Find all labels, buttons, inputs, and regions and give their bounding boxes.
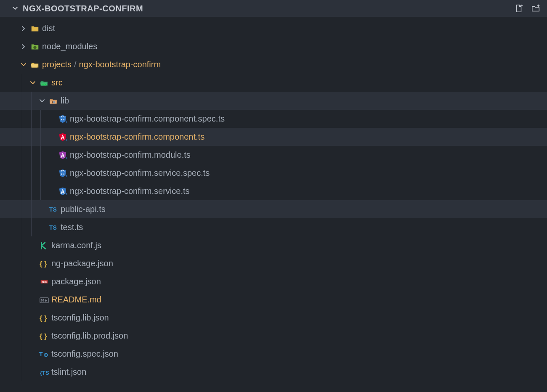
ng-spec-icon: TS <box>56 169 69 178</box>
md-icon <box>38 295 50 305</box>
tree-item-label: ngx-bootstrap-confirm.service.ts <box>69 186 190 196</box>
tree-file[interactable]: TSngx-bootstrap-confirm.service.spec.ts <box>0 164 547 182</box>
svg-text:TS: TS <box>65 192 67 196</box>
chevron-down-icon[interactable] <box>12 5 19 12</box>
tree-folder[interactable]: lib <box>0 92 547 110</box>
folder-yellow-icon <box>29 24 41 33</box>
folder-node-icon <box>29 42 41 51</box>
new-file-icon[interactable] <box>514 4 523 13</box>
ng-purple-icon: TS <box>56 151 69 160</box>
svg-point-5 <box>63 119 64 120</box>
tree-file[interactable]: { }ng-package.json <box>0 254 547 273</box>
tree-file[interactable]: { }tsconfig.lib.prod.json <box>0 327 547 345</box>
tree-item-label: tsconfig.spec.json <box>50 349 118 359</box>
svg-rect-2 <box>52 101 53 103</box>
new-folder-icon[interactable] <box>531 4 540 13</box>
svg-text:TS: TS <box>65 120 67 124</box>
tree-item-label: src <box>50 78 63 87</box>
tree-item-label: lib <box>60 96 69 106</box>
tree-item-label: tslint.json <box>50 367 86 377</box>
folder-open-icon <box>29 60 41 69</box>
json-icon: { } <box>38 331 50 341</box>
svg-point-10 <box>63 173 64 175</box>
tree-item-label: ngx-bootstrap-confirm.service.spec.ts <box>69 168 210 178</box>
tree-file[interactable]: karma.conf.js <box>0 236 547 254</box>
json-icon: { } <box>38 259 50 268</box>
tree-item-label: ngx-bootstrap-confirm.component.spec.ts <box>69 114 225 124</box>
chevron-right-icon[interactable] <box>19 25 29 32</box>
tree-file[interactable]: TSngx-bootstrap-confirm.module.ts <box>0 146 547 164</box>
tree-item-label: tsconfig.lib.prod.json <box>50 331 128 341</box>
svg-text:{TS}: {TS} <box>40 370 49 376</box>
tree-item-label: public-api.ts <box>60 204 106 214</box>
tree-file[interactable]: TStest.ts <box>0 218 547 236</box>
tree-item-label: node_modules <box>41 42 97 51</box>
tree-file[interactable]: README.md <box>0 291 547 309</box>
tree-file[interactable]: TSpublic-api.ts <box>0 200 547 218</box>
tslint-icon: {TS} <box>38 368 50 377</box>
svg-text:TS: TS <box>65 174 67 178</box>
tree-item-label: ngx-bootstrap-confirm.component.ts <box>69 132 204 142</box>
svg-text:{ }: { } <box>40 260 47 268</box>
svg-point-4 <box>61 119 62 120</box>
tree-file[interactable]: TSngx-bootstrap-confirm.component.ts <box>0 128 547 146</box>
tree-item-label: projects/ngx-bootstrap-confirm <box>41 60 161 69</box>
svg-text:</>: </> <box>42 82 46 86</box>
folder-lib-icon <box>47 96 60 106</box>
karma-icon <box>38 241 50 250</box>
tree-file[interactable]: {TS}tslint.json <box>0 363 547 381</box>
svg-text:TS: TS <box>49 224 57 231</box>
tree-item-label: README.md <box>50 295 101 305</box>
tree-item-label: ngx-bootstrap-confirm.module.ts <box>69 150 191 160</box>
tree-file[interactable]: TSngx-bootstrap-confirm.component.spec.t… <box>0 110 547 128</box>
ts-icon: TS <box>47 205 60 214</box>
project-title: NGX-BOOTSTRAP-CONFIRM <box>23 4 514 13</box>
chevron-down-icon[interactable] <box>37 98 47 104</box>
tree-item-label: tsconfig.lib.json <box>50 313 109 323</box>
svg-text:TS: TS <box>65 156 67 160</box>
json-icon: { } <box>38 313 50 323</box>
tree-folder[interactable]: </>src <box>0 74 547 92</box>
file-tree: distnode_modulesprojects/ngx-bootstrap-c… <box>0 17 547 381</box>
tree-folder[interactable]: dist <box>0 19 547 37</box>
npm-icon: npm <box>38 277 50 286</box>
tree-file[interactable]: Ttsconfig.spec.json <box>0 345 547 363</box>
svg-text:{ }: { } <box>40 332 47 340</box>
tree-item-label: dist <box>41 24 55 33</box>
svg-text:npm: npm <box>42 281 47 283</box>
tree-file[interactable]: TSngx-bootstrap-confirm.service.ts <box>0 182 547 200</box>
ts-cog-icon: T <box>38 350 50 359</box>
svg-text:{ }: { } <box>40 314 47 322</box>
ng-red-icon: TS <box>56 132 69 142</box>
tree-folder[interactable]: projects/ngx-bootstrap-confirm <box>0 56 547 74</box>
tree-item-label: test.ts <box>60 222 83 232</box>
tree-file[interactable]: npmpackage.json <box>0 273 547 291</box>
folder-src-icon: </> <box>38 78 50 87</box>
explorer-header: NGX-BOOTSTRAP-CONFIRM <box>0 0 547 17</box>
chevron-down-icon[interactable] <box>28 79 38 86</box>
ts-icon: TS <box>47 223 60 232</box>
tree-folder[interactable]: node_modules <box>0 37 547 56</box>
svg-point-23 <box>45 354 47 355</box>
svg-text:TS: TS <box>49 206 57 213</box>
svg-rect-3 <box>53 101 55 103</box>
tree-item-label: package.json <box>50 277 101 286</box>
svg-text:TS: TS <box>65 138 67 142</box>
svg-text:T: T <box>39 351 43 358</box>
svg-point-9 <box>61 173 62 175</box>
tree-item-label: ng-package.json <box>50 259 113 268</box>
ng-blue-icon: TS <box>56 187 69 196</box>
chevron-down-icon[interactable] <box>19 61 29 68</box>
tree-file[interactable]: { }tsconfig.lib.json <box>0 309 547 327</box>
ng-spec-icon: TS <box>56 114 69 124</box>
chevron-right-icon[interactable] <box>19 43 29 50</box>
tree-item-label: karma.conf.js <box>50 241 101 250</box>
